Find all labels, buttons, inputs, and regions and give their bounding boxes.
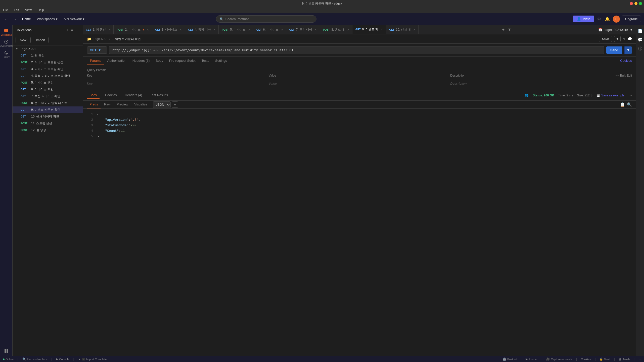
tab-5[interactable]: POST 5. 디바이스 ✕ xyxy=(219,25,253,34)
list-item[interactable]: GET 1. 핑 통신 xyxy=(13,52,83,59)
menu-file[interactable]: File xyxy=(2,8,9,12)
vault-button[interactable]: 🔒 Vault xyxy=(600,357,610,361)
close-button[interactable] xyxy=(630,2,633,5)
import-button[interactable]: Import xyxy=(33,37,49,43)
tab-8[interactable]: POST 8. 온도 데 ✕ xyxy=(320,25,352,34)
url-input[interactable] xyxy=(109,46,604,54)
workspace-selector[interactable]: 📅 edgex-20240315 ▼ xyxy=(595,28,636,32)
menu-view[interactable]: View xyxy=(24,8,33,12)
edit-icon[interactable]: ✎ xyxy=(623,37,626,41)
tab-authorization[interactable]: Authorization xyxy=(104,57,129,65)
save-button[interactable]: Save xyxy=(599,36,612,42)
tab-tests[interactable]: Tests xyxy=(199,57,212,65)
response-tab-test-results[interactable]: Test Results xyxy=(148,92,170,99)
send-dropdown-button[interactable]: ▼ xyxy=(624,46,632,54)
cookies-link[interactable]: Cookies xyxy=(620,57,632,65)
tab-close-icon[interactable]: ✕ xyxy=(147,28,149,31)
sidebar-item-environments[interactable]: Environments xyxy=(1,38,11,48)
workspaces-menu[interactable]: Workspaces ▾ xyxy=(35,16,60,22)
list-item[interactable]: GET 4. 특정 디바이스 프로필 확인 xyxy=(13,73,83,79)
sidebar-item-mock[interactable] xyxy=(1,346,11,356)
format-tab-pretty[interactable]: Pretty xyxy=(87,101,101,108)
tab-body[interactable]: Body xyxy=(153,57,166,65)
menu-help[interactable]: Help xyxy=(37,8,45,12)
status-online[interactable]: Online xyxy=(3,358,14,361)
runner-button[interactable]: ▶ Runner xyxy=(526,357,538,361)
layout-button[interactable]: ☷ xyxy=(638,357,641,361)
tab-close-icon[interactable]: ✕ xyxy=(248,28,250,31)
tree-collection-edge-x[interactable]: ▼ Edge-X 3.1 xyxy=(13,45,83,52)
api-network-menu[interactable]: API Network ▾ xyxy=(62,16,86,22)
format-tab-visualize[interactable]: Visualize xyxy=(132,101,150,108)
tab-pre-request[interactable]: Pre-request Script xyxy=(166,57,199,65)
tab-close-icon[interactable]: ✕ xyxy=(347,28,349,31)
save-dropdown-button[interactable]: ▼ xyxy=(614,36,621,42)
tab-7[interactable]: GET 7. 특정 디바 ✕ xyxy=(286,25,320,34)
send-button[interactable]: Send xyxy=(606,46,622,54)
upgrade-button[interactable]: Upgrade xyxy=(622,16,641,22)
list-item[interactable]: GET 6. 디바이스 확인 xyxy=(13,86,83,93)
postbot-button[interactable]: 🤖 Postbot xyxy=(503,357,517,361)
list-item[interactable]: GET 9. 이벤트 카운터 확인 xyxy=(13,106,83,113)
list-item[interactable]: POST 11. 스트림 생성 xyxy=(13,120,83,127)
list-item[interactable]: POST 2. 디바이스 프로필 생성 xyxy=(13,59,83,66)
tab-params[interactable]: Params xyxy=(87,57,104,65)
tab-9[interactable]: GET 9. 이벤트 카 ✕ xyxy=(352,25,386,34)
back-button[interactable]: ← xyxy=(3,16,10,22)
find-replace-button[interactable]: 🔍 Find and replace xyxy=(22,357,48,361)
tab-close-icon[interactable]: ✕ xyxy=(281,28,283,31)
settings-icon[interactable]: ⚙ xyxy=(596,16,602,22)
tab-6[interactable]: GET 6. 디바이스 ✕ xyxy=(253,25,286,34)
more-options-button[interactable]: ⋯ xyxy=(75,27,80,33)
invite-button[interactable]: 👤 Invite xyxy=(573,16,594,22)
cookies-button[interactable]: Cookies xyxy=(581,358,591,361)
minimize-button[interactable] xyxy=(634,2,637,5)
response-tab-body[interactable]: Body xyxy=(87,92,100,99)
maximize-button[interactable] xyxy=(639,2,642,5)
response-more-button[interactable]: ⋯ xyxy=(628,93,632,97)
search-icon[interactable]: 🔍 xyxy=(627,102,632,107)
right-panel-comment-icon[interactable]: 💬 xyxy=(636,36,644,44)
list-item[interactable]: POST 8. 온도 데이터 입력 테스트 xyxy=(13,100,83,106)
tab-1[interactable]: GET 1. 핑 통신 ✕ xyxy=(83,25,114,34)
format-tab-preview[interactable]: Preview xyxy=(114,101,131,108)
add-tab-button[interactable]: + xyxy=(501,26,505,33)
tab-close-icon[interactable]: ✕ xyxy=(108,28,110,31)
avatar-icon[interactable]: E xyxy=(613,16,620,23)
tab-dropdown-button[interactable]: ▼ xyxy=(507,26,513,33)
capture-button[interactable]: 🎥 Capture requests xyxy=(546,357,572,361)
right-panel-info-icon[interactable]: ⓘ xyxy=(637,45,644,53)
forward-button[interactable]: → xyxy=(12,16,18,22)
sidebar-item-history[interactable]: History xyxy=(1,49,11,59)
search-bar[interactable]: 🔍 Search Postman xyxy=(216,15,316,23)
list-item[interactable]: GET 10. 센서 데이터 확인 xyxy=(13,113,83,120)
notification-icon[interactable]: 🔔 xyxy=(604,16,611,22)
format-type-select[interactable]: JSON XML HTML Text xyxy=(153,101,171,108)
list-item[interactable]: GET 3. 디바이스 프로필 확인 xyxy=(13,66,83,73)
console-button[interactable]: ▶ Console xyxy=(56,357,69,361)
tab-close-icon[interactable]: ✕ xyxy=(213,28,215,31)
response-tab-cookies[interactable]: Cookies xyxy=(103,92,119,99)
sidebar-item-collections[interactable]: Collections xyxy=(1,27,11,37)
home-link[interactable]: Home xyxy=(20,16,33,22)
tab-headers[interactable]: Headers (6) xyxy=(129,57,153,65)
filter-button[interactable]: ≡ xyxy=(70,27,74,33)
right-panel-api-icon[interactable]: 📄 xyxy=(636,27,644,35)
breadcrumb-collection[interactable]: Edge-X 3.1 xyxy=(93,37,108,41)
response-tab-headers[interactable]: Headers (4) xyxy=(122,92,145,99)
tab-close-icon[interactable]: ✕ xyxy=(413,28,415,31)
tab-settings[interactable]: Settings xyxy=(212,57,230,65)
save-example-button[interactable]: 💾 Save as example xyxy=(596,94,624,97)
add-collection-button[interactable]: + xyxy=(66,27,69,33)
import-status[interactable]: ▲ 2 Import Complete xyxy=(78,358,107,361)
tab-3[interactable]: GET 3. 디바이스 ✕ xyxy=(152,25,185,34)
tab-close-icon[interactable]: ✕ xyxy=(381,28,383,31)
tab-10[interactable]: GET 10. 센서 데 ✕ xyxy=(386,25,419,34)
method-select[interactable]: GET ▼ xyxy=(87,46,107,54)
new-button[interactable]: New xyxy=(16,37,31,43)
format-tab-raw[interactable]: Raw xyxy=(102,101,113,108)
tab-2[interactable]: POST 2. 디바이스: ● ✕ xyxy=(114,25,152,34)
list-item[interactable]: POST 12. 룰 생성 xyxy=(13,127,83,134)
bulk-edit-button[interactable]: ≡≡ Bulk Edit xyxy=(616,74,632,77)
comment-icon[interactable]: 💬 xyxy=(628,37,632,41)
